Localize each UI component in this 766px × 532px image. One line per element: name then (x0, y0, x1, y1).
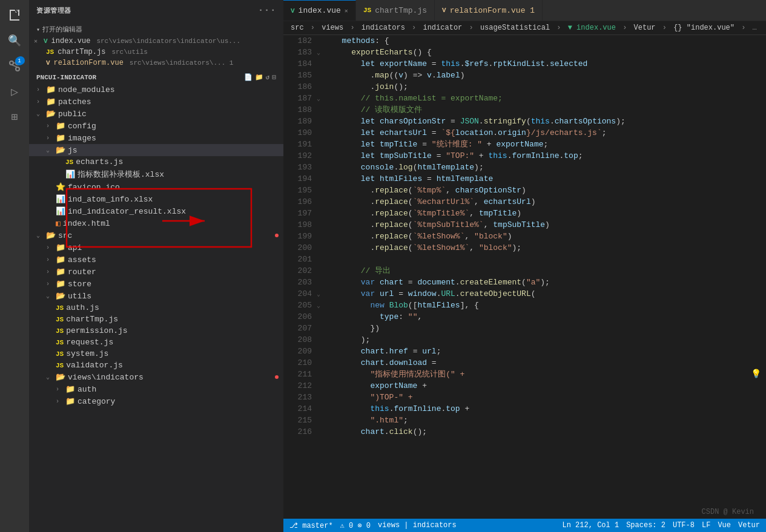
code-line-204: var url = window.URL.createObjectURL( (328, 288, 766, 300)
tree-label-index-html: index.html (63, 219, 110, 228)
tree-item-request-js[interactable]: JS request.js (29, 337, 283, 348)
tree-item-js[interactable]: ⌄ 📂 js (29, 144, 283, 156)
tree-item-config[interactable]: › 📁 config (29, 120, 283, 132)
tab-charttmp[interactable]: JS chartTmp.js (356, 0, 435, 21)
new-file-icon[interactable]: 📄 (244, 73, 253, 81)
code-container: 182 183 184 185 186 187 188 189 190 191 … (283, 35, 766, 519)
tab-bar: V index.vue ✕ JS chartTmp.js V relationF… (283, 0, 766, 21)
tree-item-auth[interactable]: › 📁 auth (29, 383, 283, 395)
vetur-status[interactable]: Vetur (738, 521, 760, 530)
explorer-scroll[interactable]: PNCUI-INDICATOR 📄 📁 ↺ ⊟ › 📁 node_modules… (29, 71, 283, 532)
errors-warnings[interactable]: ⚠ 0 ⊗ 0 (340, 521, 371, 530)
js-icon2: JS (56, 304, 64, 312)
tree-item-public[interactable]: ⌄ 📂 public (29, 108, 283, 120)
encoding[interactable]: UTF-8 (673, 521, 695, 530)
sidebar-more-icon[interactable]: ··· (258, 5, 276, 16)
tree-item-src[interactable]: ⌄ 📂 src (29, 229, 283, 241)
tree-item-ind-indicator[interactable]: 📊 ind_indicator_result.xlsx (29, 205, 283, 217)
js-file-icon: JS (65, 159, 73, 166)
folder-icon: 📁 (56, 243, 65, 252)
project-header[interactable]: PNCUI-INDICATOR 📄 📁 ↺ ⊟ (29, 71, 283, 84)
search-icon[interactable]: 🔍 (4, 30, 25, 51)
svg-rect-3 (18, 10, 19, 16)
code-line-191: let tmpTitle = "统计维度: " + exportName; (328, 139, 766, 150)
folder-arrow-open: ⌄ (46, 146, 56, 154)
new-folder-icon[interactable]: 📁 (255, 73, 263, 81)
folder-arrow-open: ⌄ (36, 232, 46, 239)
open-file-charttmp[interactable]: JS chartTmp.js src\utils (29, 47, 283, 57)
open-file-index-vue[interactable]: ✕ V index.vue src\views\indicators\indic… (29, 36, 283, 47)
tree-label-src: src (58, 231, 72, 240)
tree-item-auth-js[interactable]: JS auth.js (29, 302, 283, 314)
cursor-position[interactable]: Ln 212, Col 1 (563, 521, 619, 530)
tree-label-auth: auth (78, 385, 96, 394)
spaces-indicator[interactable]: Spaces: 2 (626, 521, 665, 530)
tree-item-permission-js[interactable]: JS permission.js (29, 325, 283, 337)
svg-point-6 (10, 61, 13, 65)
tree-item-api[interactable]: › 📁 api (29, 241, 283, 254)
folder-icon: 📁 (56, 121, 65, 131)
folder-arrow: › (46, 269, 56, 275)
open-editors-label: 打开的编辑器 (42, 25, 82, 34)
code-line-205: new Blob([htmlFiles], { (328, 300, 766, 311)
source-control-icon[interactable]: 1 (4, 56, 25, 76)
open-editors-title[interactable]: ▾ 打开的编辑器 (29, 23, 283, 36)
files-icon[interactable] (4, 5, 25, 25)
tree-label-ind-atom: ind_atom_info.xlsx (68, 195, 153, 204)
run-debug-icon[interactable]: ▷ (4, 81, 25, 102)
code-line-208: ); (328, 334, 766, 346)
tab-close-icon[interactable]: ✕ (345, 7, 348, 15)
tree-item-index-html[interactable]: ◧ index.html (29, 217, 283, 229)
tree-item-validator-js[interactable]: JS validator.js (29, 360, 283, 371)
tree-item-router[interactable]: › 📁 router (29, 266, 283, 278)
badge-count: 1 (16, 56, 25, 65)
tree-item-ind-atom[interactable]: 📊 ind_atom_info.xlsx (29, 193, 283, 205)
tree-label-router: router (68, 268, 96, 277)
collapse-icon[interactable]: ⊟ (272, 73, 276, 81)
line-endings[interactable]: LF (702, 521, 710, 530)
tree-item-patches[interactable]: › 📁 patches (29, 96, 283, 108)
tree-label-assets: assets (68, 255, 96, 264)
tab-relationform[interactable]: V relationForm.vue 1 (435, 0, 543, 21)
git-branch[interactable]: ⎇ master* (289, 521, 333, 530)
fold-gutter: ⌄ ⌄ ⌄ ⌄ (317, 35, 328, 519)
tree-item-charttmp-js[interactable]: JS chartTmp.js (29, 314, 283, 325)
tree-item-echarts[interactable]: JS echarts.js (29, 156, 283, 168)
code-editor[interactable]: methods: { exportEcharts() { let exportN… (328, 35, 766, 519)
bc-vetur: Vetur (634, 24, 656, 32)
code-line-187: // this.nameList = exportName; (328, 93, 766, 104)
close-icon[interactable]: ✕ (34, 38, 38, 45)
bc-views: views (322, 24, 343, 32)
bc-script: script (753, 24, 766, 32)
open-file-path2: src\utils (111, 48, 147, 56)
code-line-214: this.formInline.top + (328, 403, 766, 415)
code-line-188: // 读取模版文件 (328, 104, 766, 116)
bc-indicators: indicators (362, 24, 405, 32)
tree-item-favicon[interactable]: ⭐ favicon.ico (29, 181, 283, 193)
tree-item-views-indicators[interactable]: ⌄ 📂 views\indicators (29, 371, 283, 383)
refresh-icon[interactable]: ↺ (266, 73, 270, 81)
open-editors-section: ▾ 打开的编辑器 ✕ V index.vue src\views\indicat… (29, 21, 283, 71)
js-icon6: JS (56, 350, 64, 358)
views-modified-dot (275, 375, 279, 379)
tree-item-images[interactable]: › 📁 images (29, 132, 283, 144)
bc-src: src (291, 24, 304, 32)
vue-tab-icon: V (291, 7, 295, 15)
breadcrumb: src › views › indicators › indicator › u… (283, 21, 766, 35)
tree-item-category[interactable]: › 📁 category (29, 395, 283, 407)
tree-item-store[interactable]: › 📁 store (29, 278, 283, 290)
folder-arrow: › (36, 87, 46, 93)
language-mode[interactable]: Vue (718, 521, 731, 530)
tree-item-system-js[interactable]: JS system.js (29, 348, 283, 360)
tree-item-xlsx-template[interactable]: 📊 指标数据补录模板.xlsx (29, 168, 283, 181)
tree-item-node-modules[interactable]: › 📁 node_modules (29, 84, 283, 96)
folder-icon: 📁 (56, 267, 65, 277)
tree-item-assets[interactable]: › 📁 assets (29, 254, 283, 266)
tab-index-vue[interactable]: V index.vue ✕ (283, 0, 356, 21)
extensions-icon[interactable]: ⊞ (4, 107, 25, 127)
open-file-path3: src\views\indicators\... 1 (130, 59, 234, 67)
open-file-relationform[interactable]: V relationForm.vue src\views\indicators\… (29, 57, 283, 68)
tree-label-permission-js: permission.js (66, 326, 127, 335)
activity-bar: 🔍 1 ▷ ⊞ (0, 0, 29, 532)
tree-item-utils[interactable]: ⌄ 📂 utils (29, 290, 283, 302)
